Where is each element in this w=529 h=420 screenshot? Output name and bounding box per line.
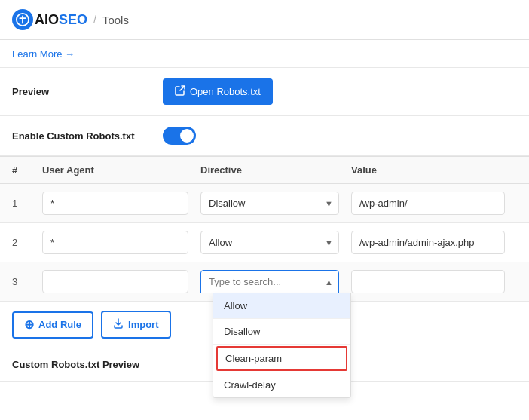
open-robots-button[interactable]: Open Robots.txt: [163, 78, 273, 105]
row-num-1: 1: [12, 198, 42, 209]
learn-more-bar: Learn More →: [0, 40, 529, 68]
preview-row: Preview Open Robots.txt: [0, 68, 529, 116]
add-rule-button[interactable]: ⊕ Add Rule: [12, 311, 93, 339]
table-row: 3 ▲ Allow Disallow Clean-param Crawl-del…: [0, 262, 529, 302]
preview-label: Preview: [12, 86, 163, 97]
directive-select-wrapper-1: Disallow Allow Clean-param Crawl-delay ▼: [200, 192, 339, 215]
col-header-value: Value: [351, 164, 517, 176]
import-button[interactable]: Import: [101, 311, 170, 339]
directive-search-input[interactable]: [200, 270, 339, 293]
enable-custom-robots-row: Enable Custom Robots.txt: [0, 116, 529, 156]
breadcrumb-separator: /: [93, 14, 96, 26]
add-rule-label: Add Rule: [38, 319, 81, 330]
main-content: Preview Open Robots.txt Enable Custom Ro…: [0, 68, 529, 382]
learn-more-label: Learn More: [12, 48, 62, 60]
import-icon: [113, 318, 124, 331]
learn-more-link[interactable]: Learn More →: [12, 48, 75, 60]
col-header-user-agent: User Agent: [42, 164, 200, 176]
user-agent-cell-3: [42, 270, 200, 293]
row-num-2: 2: [12, 237, 42, 248]
logo-text-aio: AIO: [35, 12, 59, 28]
value-input-2[interactable]: [351, 231, 505, 254]
table-row: 2 Disallow Allow Clean-param Crawl-delay…: [0, 223, 529, 262]
logo-text-seo: SEO: [59, 12, 87, 28]
value-cell-3: [351, 270, 517, 293]
dropdown-item-allow[interactable]: Allow: [213, 293, 350, 319]
table-row: 1 Disallow Allow Clean-param Crawl-delay…: [0, 184, 529, 223]
enable-label: Enable Custom Robots.txt: [12, 130, 163, 142]
app-header: AIOSEO / Tools: [0, 0, 529, 40]
value-cell-2: [351, 231, 517, 254]
user-agent-cell-2: [42, 231, 200, 254]
directive-search-wrapper: ▲: [200, 270, 339, 293]
user-agent-cell-1: [42, 192, 200, 215]
directive-cell-2: Disallow Allow Clean-param Crawl-delay ▼: [200, 231, 351, 254]
directive-cell-3: ▲ Allow Disallow Clean-param Crawl-delay: [200, 270, 351, 293]
col-header-directive: Directive: [200, 164, 351, 176]
logo: AIOSEO: [12, 9, 87, 30]
external-link-icon: [175, 85, 185, 98]
robots-table: # User Agent Directive Value 1 Disallow …: [0, 156, 529, 302]
logo-icon: [12, 9, 33, 30]
row-num-3: 3: [12, 276, 42, 287]
dropdown-item-disallow[interactable]: Disallow: [213, 319, 350, 345]
open-robots-label: Open Robots.txt: [190, 86, 261, 97]
value-cell-1: [351, 192, 517, 215]
dropdown-item-crawl-delay[interactable]: Crawl-delay: [213, 372, 350, 397]
enable-toggle[interactable]: [163, 127, 196, 145]
directive-cell-1: Disallow Allow Clean-param Crawl-delay ▼: [200, 192, 351, 215]
learn-more-arrow: →: [65, 48, 75, 60]
plus-icon: ⊕: [24, 319, 34, 331]
page-title: Tools: [102, 14, 129, 26]
dropdown-item-clean-param[interactable]: Clean-param: [216, 346, 347, 371]
directive-select-1[interactable]: Disallow Allow Clean-param Crawl-delay: [200, 192, 339, 215]
user-agent-input-2[interactable]: [42, 231, 188, 254]
import-label: Import: [128, 319, 158, 330]
value-input-1[interactable]: [351, 192, 505, 215]
toggle-control: [163, 127, 196, 145]
col-header-num: #: [12, 164, 42, 176]
user-agent-input-1[interactable]: [42, 192, 188, 215]
directive-dropdown: Allow Disallow Clean-param Crawl-delay: [213, 293, 351, 398]
table-header-row: # User Agent Directive Value: [0, 157, 529, 184]
value-input-3[interactable]: [351, 270, 505, 293]
user-agent-input-3[interactable]: [42, 270, 188, 293]
preview-control: Open Robots.txt: [163, 78, 273, 105]
directive-select-wrapper-2: Disallow Allow Clean-param Crawl-delay ▼: [200, 231, 339, 254]
directive-select-2[interactable]: Disallow Allow Clean-param Crawl-delay: [200, 231, 339, 254]
